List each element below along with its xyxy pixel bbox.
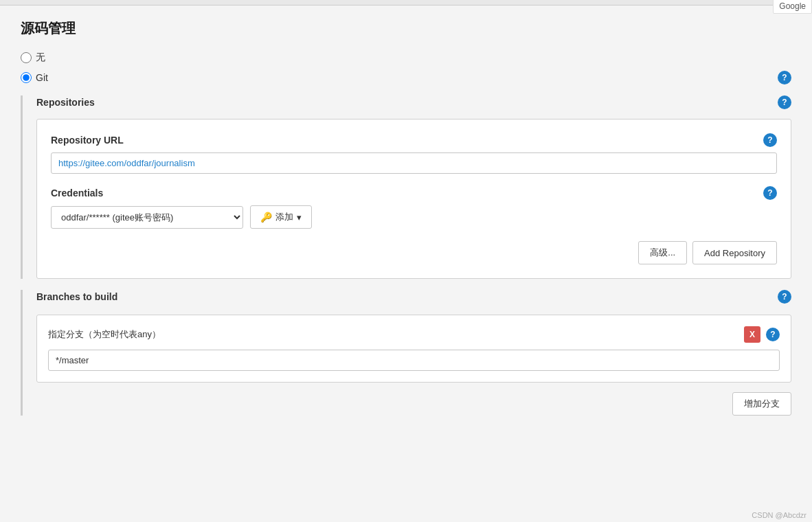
repository-button-row: 高级... Add Repository — [51, 241, 777, 264]
branches-title: Branches to build — [36, 291, 117, 302]
watermark: CSDN @Abcdzr — [752, 511, 807, 519]
branch-field-header: 指定分支（为空时代表any） X ? — [48, 326, 780, 343]
add-repository-button[interactable]: Add Repository — [692, 241, 777, 264]
advanced-button[interactable]: 高级... — [638, 241, 687, 264]
branch-help-icon[interactable]: ? — [766, 328, 780, 341]
radio-none-label: 无 — [36, 52, 45, 64]
repository-url-help-icon[interactable]: ? — [763, 133, 777, 147]
repository-url-input[interactable] — [51, 152, 777, 174]
repository-box: Repository URL ? Credentials ? oddfar/**… — [36, 119, 791, 279]
repository-url-label: Repository URL — [51, 135, 124, 146]
radio-git-label: Git — [36, 72, 48, 83]
radio-none-item[interactable]: 无 — [21, 52, 791, 64]
branches-help-icon[interactable]: ? — [778, 290, 791, 304]
branch-input[interactable] — [48, 350, 780, 371]
repositories-header: Repositories ? — [36, 95, 791, 109]
credentials-help-icon[interactable]: ? — [763, 186, 777, 200]
add-branch-button[interactable]: 增加分支 — [732, 392, 791, 416]
git-help-icon[interactable]: ? — [778, 71, 791, 84]
page-title: 源码管理 — [21, 19, 791, 38]
top-bar: Google — [0, 0, 812, 5]
radio-group: 无 Git ? — [21, 52, 791, 84]
branches-section: Branches to build ? 指定分支（为空时代表any） X ? 增… — [21, 290, 791, 416]
branches-header: Branches to build ? — [36, 290, 791, 304]
add-credentials-button[interactable]: 🔑 添加 ▾ — [250, 205, 312, 229]
key-icon: 🔑 — [260, 212, 272, 223]
add-button-label: 添加 — [275, 211, 293, 223]
radio-none[interactable] — [21, 52, 32, 63]
credentials-select[interactable]: oddfar/****** (gitee账号密码) — [51, 206, 243, 229]
radio-git-item[interactable]: Git — [21, 72, 48, 83]
repositories-help-icon[interactable]: ? — [778, 95, 791, 109]
credentials-group: Credentials ? oddfar/****** (gitee账号密码) … — [51, 186, 777, 229]
repository-url-group: Repository URL ? — [51, 133, 777, 174]
repositories-section: Repositories ? Repository URL ? Credenti… — [21, 95, 791, 279]
main-content: 源码管理 无 Git ? Repositories ? Repository U… — [0, 5, 812, 429]
dropdown-arrow-icon: ▾ — [297, 212, 302, 223]
radio-git[interactable] — [21, 72, 32, 83]
google-badge: Google — [773, 0, 812, 14]
remove-branch-button[interactable]: X — [744, 326, 760, 343]
branch-box: 指定分支（为空时代表any） X ? — [36, 315, 791, 383]
add-branch-row: 增加分支 — [36, 392, 791, 416]
repositories-title: Repositories — [36, 97, 95, 108]
repository-url-header: Repository URL ? — [51, 133, 777, 147]
credentials-header: Credentials ? — [51, 186, 777, 200]
credentials-label: Credentials — [51, 188, 103, 198]
branch-controls: X ? — [744, 326, 780, 343]
credentials-row: oddfar/****** (gitee账号密码) 🔑 添加 ▾ — [51, 205, 777, 229]
branch-label: 指定分支（为空时代表any） — [48, 328, 161, 341]
